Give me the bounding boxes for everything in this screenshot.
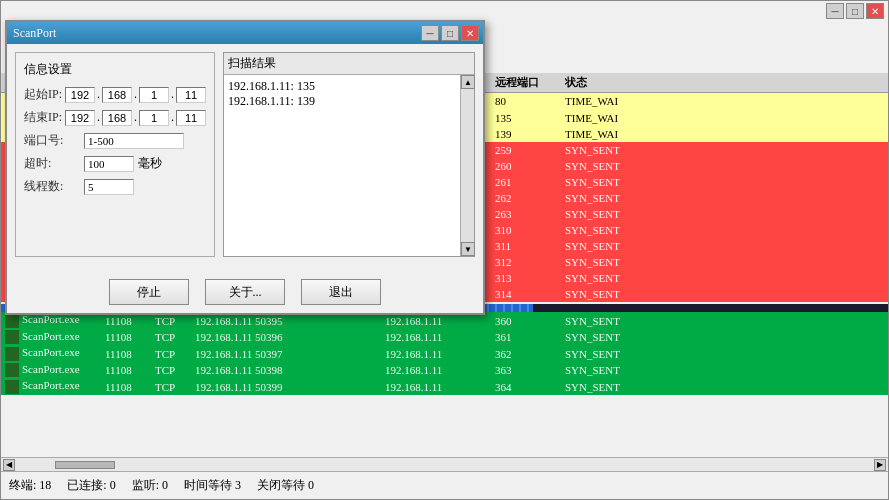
- end-ip-seg2[interactable]: [102, 110, 132, 126]
- start-ip-seg1[interactable]: [65, 87, 95, 103]
- stop-button[interactable]: 停止: [109, 279, 189, 305]
- bg-maximize-btn[interactable]: □: [846, 3, 864, 19]
- bg-minimize-btn[interactable]: ─: [826, 3, 844, 19]
- bg-window-controls[interactable]: ─ □ ✕: [826, 3, 884, 19]
- horizontal-scrollbar[interactable]: ◀ ▶: [1, 457, 888, 471]
- results-panel: 扫描结果 192.168.1.11: 135 192.168.1.11: 139…: [223, 52, 475, 257]
- col-state: 状态: [565, 75, 645, 90]
- timeout-unit: 毫秒: [138, 155, 162, 172]
- port-range-input[interactable]: [84, 133, 184, 149]
- table-row: ScanPort.exe 11108 TCP 192.168.1.11 5039…: [1, 362, 888, 378]
- status-bar: 终端: 18 已连接: 0 监听: 0 时间等待 3 关闭等待 0: [1, 471, 888, 499]
- status-endpoints: 终端: 18: [9, 477, 51, 494]
- start-ip-seg3[interactable]: [139, 87, 169, 103]
- result-item-2: 192.168.1.11: 139: [228, 94, 456, 109]
- dialog-buttons: 停止 关于... 退出: [7, 279, 483, 305]
- dialog-titlebar: ScanPort ─ □ ✕: [7, 22, 483, 44]
- port-range-label: 端口号:: [24, 132, 84, 149]
- start-ip-seg4[interactable]: [176, 87, 206, 103]
- results-title: 扫描结果: [224, 53, 474, 75]
- info-panel-title: 信息设置: [24, 61, 206, 78]
- result-item-1: 192.168.1.11: 135: [228, 79, 456, 94]
- start-ip-row: 起始IP: . . .: [24, 86, 206, 103]
- threads-row: 线程数:: [24, 178, 206, 195]
- start-ip-label: 起始IP:: [24, 86, 65, 103]
- start-ip-inputs[interactable]: . . .: [65, 87, 206, 103]
- exit-button[interactable]: 退出: [301, 279, 381, 305]
- start-ip-seg2[interactable]: [102, 87, 132, 103]
- table-row: ScanPort.exe 11108 TCP 192.168.1.11 5039…: [1, 378, 888, 394]
- end-ip-seg4[interactable]: [176, 110, 206, 126]
- dialog-close-btn[interactable]: ✕: [461, 25, 479, 41]
- port-range-row: 端口号:: [24, 132, 206, 149]
- end-ip-inputs[interactable]: . . .: [65, 110, 206, 126]
- status-connected: 已连接: 0: [67, 477, 115, 494]
- results-content: 192.168.1.11: 135 192.168.1.11: 139 ▲ ▼: [224, 75, 474, 256]
- scanport-dialog: ScanPort ─ □ ✕ 信息设置 起始IP: . . .: [5, 20, 485, 315]
- dialog-win-controls[interactable]: ─ □ ✕: [421, 25, 479, 41]
- results-scroll-up[interactable]: ▲: [461, 75, 475, 89]
- timeout-input[interactable]: [84, 156, 134, 172]
- end-ip-seg3[interactable]: [139, 110, 169, 126]
- dialog-maximize-btn[interactable]: □: [441, 25, 459, 41]
- results-scroll-down[interactable]: ▼: [461, 242, 475, 256]
- status-time-wait: 时间等待 3: [184, 477, 241, 494]
- about-button[interactable]: 关于...: [205, 279, 285, 305]
- status-close-wait: 关闭等待 0: [257, 477, 314, 494]
- bg-close-btn[interactable]: ✕: [866, 3, 884, 19]
- dialog-title: ScanPort: [11, 26, 421, 41]
- end-ip-seg1[interactable]: [65, 110, 95, 126]
- results-list: 192.168.1.11: 135 192.168.1.11: 139: [224, 75, 460, 256]
- status-listening: 监听: 0: [132, 477, 168, 494]
- end-ip-label: 结束IP:: [24, 109, 65, 126]
- threads-label: 线程数:: [24, 178, 84, 195]
- info-panel: 信息设置 起始IP: . . . 结束IP: .: [15, 52, 215, 257]
- threads-input[interactable]: [84, 179, 134, 195]
- timeout-label: 超时:: [24, 155, 84, 172]
- table-row: ScanPort.exe 11108 TCP 192.168.1.11 5039…: [1, 345, 888, 361]
- col-remote-port: 远程端口: [495, 75, 565, 90]
- scroll-track: [15, 461, 874, 469]
- timeout-row: 超时: 毫秒: [24, 155, 206, 172]
- scroll-right-btn[interactable]: ▶: [874, 459, 886, 471]
- results-scrollbar[interactable]: ▲ ▼: [460, 75, 474, 256]
- end-ip-row: 结束IP: . . .: [24, 109, 206, 126]
- scroll-thumb[interactable]: [55, 461, 115, 469]
- scroll-left-btn[interactable]: ◀: [3, 459, 15, 471]
- dialog-minimize-btn[interactable]: ─: [421, 25, 439, 41]
- table-row: ScanPort.exe 11108 TCP 192.168.1.11 5039…: [1, 329, 888, 345]
- dialog-body: 信息设置 起始IP: . . . 结束IP: .: [7, 44, 483, 265]
